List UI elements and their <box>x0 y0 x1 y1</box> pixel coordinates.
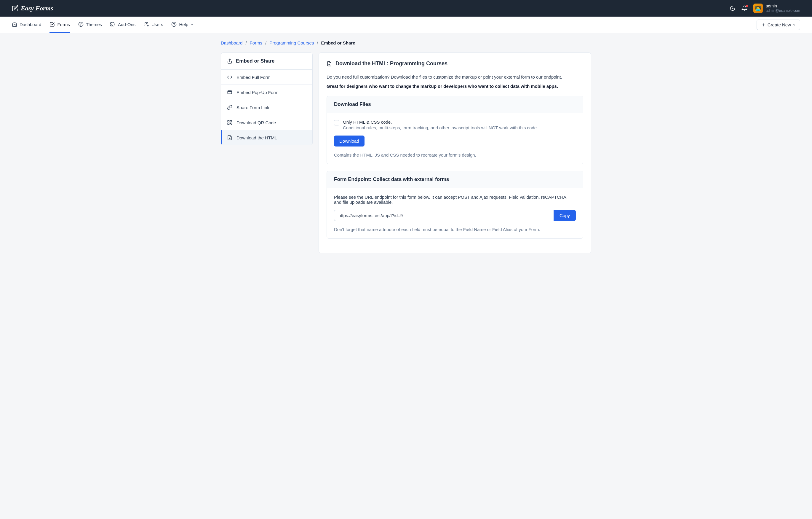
nav-themes[interactable]: Themes <box>78 17 102 33</box>
download-card-title: Download Files <box>327 96 583 113</box>
breadcrumb: Dashboard / Forms / Programming Courses … <box>221 40 591 45</box>
nav-dashboard[interactable]: Dashboard <box>12 17 41 33</box>
sidebar: Embed or Share Embed Full Form Embed Pop… <box>221 53 313 145</box>
user-email: admin@example.com <box>766 8 800 13</box>
svg-rect-16 <box>231 124 232 125</box>
navbar: Dashboard Forms Themes Add-Ons Users Hel… <box>0 17 812 33</box>
download-files-card: Download Files Only HTML & CSS code. Con… <box>326 96 583 164</box>
breadcrumb-current: Embed or Share <box>321 40 355 45</box>
sidebar-header: Embed or Share <box>221 53 312 70</box>
page-title: Download the HTML: Programming Courses <box>326 60 583 67</box>
code-icon <box>227 75 232 80</box>
file-download-icon <box>326 61 332 66</box>
puzzle-icon <box>110 22 116 27</box>
only-html-css-checkbox[interactable] <box>334 120 339 126</box>
nav-help[interactable]: Help <box>171 17 194 33</box>
checkbox-hint: Conditional rules, multi-steps, form tra… <box>343 125 538 130</box>
chevron-down-icon <box>191 23 194 26</box>
user-menu[interactable]: 👨‍💻 admin admin@example.com <box>753 4 800 13</box>
svg-point-3 <box>80 25 81 26</box>
svg-point-2 <box>82 24 82 24</box>
nav-users[interactable]: Users <box>144 17 163 33</box>
sidebar-share-link[interactable]: Share Form Link <box>221 100 312 115</box>
notification-dot <box>746 5 748 7</box>
form-endpoint-card: Form Endpoint: Collect data with externa… <box>326 171 583 239</box>
qr-icon <box>227 120 232 125</box>
home-icon <box>12 22 17 27</box>
intro-bold: Great for designers who want to change t… <box>326 84 583 89</box>
logo-icon <box>12 5 18 11</box>
endpoint-url-input[interactable] <box>334 210 554 221</box>
svg-point-4 <box>145 22 147 24</box>
plus-icon <box>761 23 766 27</box>
svg-rect-13 <box>230 120 232 122</box>
file-download-icon <box>227 135 232 140</box>
create-new-button[interactable]: Create New <box>757 20 800 30</box>
svg-point-0 <box>79 22 83 27</box>
nav-forms[interactable]: Forms <box>50 17 70 33</box>
avatar: 👨‍💻 <box>753 4 763 13</box>
nav-addons[interactable]: Add-Ons <box>110 17 136 33</box>
window-icon <box>227 89 232 95</box>
chevron-down-icon <box>793 23 796 26</box>
user-name: admin <box>766 4 800 8</box>
copy-button[interactable]: Copy <box>554 210 576 221</box>
breadcrumb-forms[interactable]: Forms <box>250 40 263 45</box>
download-hint: Contains the HTML, JS and CSS needed to … <box>334 153 576 158</box>
breadcrumb-course[interactable]: Programming Courses <box>269 40 314 45</box>
palette-icon <box>78 22 84 27</box>
endpoint-footnote: Don't forget that name attribute of each… <box>334 227 576 232</box>
brand-name: Easy Forms <box>21 4 53 12</box>
checkbox-label: Only HTML & CSS code. <box>343 119 538 125</box>
download-button[interactable]: Download <box>334 136 365 146</box>
svg-rect-15 <box>230 123 231 124</box>
svg-rect-14 <box>228 123 229 125</box>
intro-text: Do you need full customization? Download… <box>326 75 583 80</box>
link-icon <box>227 105 232 110</box>
share-icon <box>227 58 232 64</box>
moon-icon[interactable] <box>730 5 735 11</box>
sidebar-embed-popup[interactable]: Embed Pop-Up Form <box>221 85 312 100</box>
users-icon <box>144 22 149 27</box>
content: Download the HTML: Programming Courses D… <box>319 53 591 253</box>
help-icon <box>171 22 177 27</box>
svg-rect-10 <box>228 91 232 94</box>
breadcrumb-dashboard[interactable]: Dashboard <box>221 40 242 45</box>
notifications-button[interactable] <box>742 5 747 11</box>
sidebar-download-html[interactable]: Download the HTML <box>221 130 312 145</box>
endpoint-card-title: Form Endpoint: Collect data with externa… <box>327 171 583 188</box>
check-square-icon <box>50 22 55 27</box>
sidebar-embed-full[interactable]: Embed Full Form <box>221 70 312 85</box>
brand-logo[interactable]: Easy Forms <box>12 4 53 12</box>
topbar: Easy Forms 👨‍💻 admin admin@example.com <box>0 0 812 17</box>
svg-rect-12 <box>228 120 229 122</box>
sidebar-qr-code[interactable]: Download QR Code <box>221 115 312 130</box>
endpoint-description: Please see the URL endpoint for this for… <box>334 195 576 204</box>
svg-point-1 <box>80 24 80 24</box>
